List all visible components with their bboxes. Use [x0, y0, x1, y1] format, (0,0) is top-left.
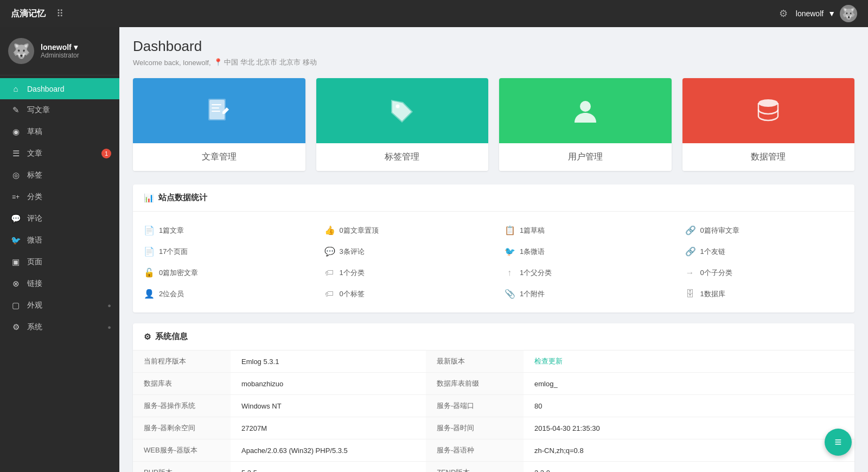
stats-icon: 📊 [144, 193, 154, 203]
sidebar-item-categories[interactable]: ≡+ 分类 [0, 186, 119, 208]
card-users-label: 用户管理 [499, 143, 672, 171]
header-avatar: 🐺 [840, 5, 857, 22]
nav-label-tags: 标签 [27, 170, 42, 180]
nav-label-microlog: 微语 [27, 235, 42, 245]
settings-icon[interactable]: ⚙ [779, 8, 788, 20]
sysinfo-label-latest: 最新版本 [426, 350, 524, 373]
sidebar-username: lonewolf ▾ [41, 43, 79, 52]
stat-child-cats: → 0个子分类 [674, 262, 855, 283]
stat-child-cats-text: 0个子分类 [700, 268, 732, 278]
sysinfo-header: ⚙ 系统信息 [133, 323, 854, 350]
sidebar: 🐺 lonewolf ▾ Administrator ⌂ Dashboard ✎… [0, 27, 119, 472]
nav-label-system: 系统 [27, 322, 42, 332]
nav-label-articles: 文章 [27, 149, 42, 158]
quick-cards: 文章管理 标签管理 [133, 78, 854, 171]
stat-friendlinks: 🔗 1个友链 [674, 241, 855, 262]
content-area: Dashboard Welcome back, lonewolf, 📍 中国 华… [119, 27, 868, 472]
sysinfo-row-version: 当前程序版本 Emlog 5.3.1 最新版本 检查更新 [133, 350, 854, 373]
stats-grid: 📄 1篇文章 👍 0篇文章置顶 📋 1篇草稿 🔗 0篇待审文章 📄 [133, 212, 854, 312]
stat-tags-text: 0个标签 [340, 289, 365, 299]
sysinfo-section: ⚙ 系统信息 当前程序版本 Emlog 5.3.1 最新版本 检查更新 数据库表… [133, 323, 854, 472]
stat-attachments-text: 1个附件 [520, 289, 545, 299]
card-tags-label: 标签管理 [316, 143, 489, 171]
stat-friendlinks-icon: 🔗 [685, 246, 695, 257]
write-icon: ✎ [11, 105, 21, 115]
sysinfo-value-latest: 检查更新 [524, 350, 854, 373]
sidebar-item-write[interactable]: ✎ 写文章 [0, 99, 119, 121]
stat-pages-icon: 📄 [144, 246, 154, 257]
sysinfo-value-dbtable: mobanzhizuo [231, 373, 426, 395]
stat-categories-icon: 🏷 [324, 268, 334, 278]
grid-icon[interactable]: ⠿ [56, 8, 63, 20]
fab-button[interactable]: ≡ [825, 429, 852, 456]
articles-icon: ☰ [11, 149, 21, 158]
stat-attachments: 📎 1个附件 [494, 283, 674, 304]
stat-members-text: 2位会员 [159, 289, 184, 299]
card-tags-icon [316, 78, 489, 143]
card-data-mgr[interactable]: 数据管理 [682, 78, 855, 171]
sysinfo-title: 系统信息 [155, 331, 188, 342]
system-arrow: ● [107, 324, 111, 330]
stat-parent-cats-text: 1个父分类 [520, 268, 552, 278]
stat-pinned: 👍 0篇文章置顶 [314, 220, 494, 241]
sysinfo-value-serverlang: zh-CN,zh;q=0.8 [524, 439, 854, 462]
sidebar-item-system[interactable]: ⚙ 系统 ● [0, 316, 119, 338]
stat-parent-cats-icon: ↑ [505, 268, 514, 278]
svg-rect-4 [212, 111, 220, 112]
stat-encrypted-icon: 🔓 [144, 267, 154, 278]
sidebar-item-links[interactable]: ⊗ 链接 [0, 273, 119, 295]
card-users-mgr[interactable]: 用户管理 [499, 78, 672, 171]
sysinfo-row-os: 服务-器操作系统 Windows NT 服务-器端口 80 [133, 395, 854, 417]
stat-micrologs: 🐦 1条微语 [494, 241, 674, 262]
fab-icon: ≡ [835, 435, 842, 449]
sidebar-item-tags[interactable]: ◎ 标签 [0, 164, 119, 186]
sidebar-nav: ⌂ Dashboard ✎ 写文章 ◉ 草稿 ☰ 文章 1 ◎ 标签 [0, 75, 119, 472]
stat-friendlinks-text: 1个友链 [700, 247, 725, 257]
header-left: 点滴记忆 ⠿ [11, 8, 63, 20]
card-data-label: 数据管理 [682, 143, 855, 171]
sysinfo-value-webserver: Apache/2.0.63 (Win32) PHP/5.3.5 [231, 439, 426, 462]
sidebar-item-articles[interactable]: ☰ 文章 1 [0, 143, 119, 164]
sysinfo-row-diskspace: 服务-器剩余空间 27207M 服务-器时间 2015-04-30 21:35:… [133, 417, 854, 439]
sidebar-item-drafts[interactable]: ◉ 草稿 [0, 121, 119, 143]
main-layout: 🐺 lonewolf ▾ Administrator ⌂ Dashboard ✎… [0, 27, 868, 472]
stat-drafts: 📋 1篇草稿 [494, 220, 674, 241]
check-update-button[interactable]: 检查更新 [534, 356, 563, 366]
card-tags-mgr[interactable]: 标签管理 [316, 78, 489, 171]
svg-rect-2 [212, 104, 221, 105]
user-info-top[interactable]: lonewolf ▼ 🐺 [796, 5, 857, 22]
stat-child-cats-icon: → [685, 268, 695, 278]
sidebar-user: 🐺 lonewolf ▾ Administrator [0, 27, 119, 75]
stat-categories-text: 1个分类 [340, 268, 365, 278]
svg-point-8 [758, 99, 778, 107]
sysinfo-value-port: 80 [524, 395, 854, 417]
stats-header: 📊 站点数据统计 [133, 184, 854, 212]
stat-databases-icon: 🗄 [685, 289, 695, 299]
sidebar-item-appearance[interactable]: ▢ 外观 ● [0, 295, 119, 316]
sysinfo-value-diskspace: 27207M [231, 417, 426, 439]
stat-members-icon: 👤 [144, 289, 154, 299]
welcome-text: Welcome back, lonewolf, [133, 59, 211, 67]
sysinfo-row-php: PHP版本 5.3.5 ZEND版本 2.3.0 [133, 462, 854, 473]
stat-pending-text: 0篇待审文章 [700, 226, 739, 235]
sidebar-item-comments[interactable]: 💬 评论 [0, 208, 119, 229]
sidebar-item-pages[interactable]: ▣ 页面 [0, 251, 119, 273]
stat-pages-text: 17个页面 [159, 247, 188, 257]
card-articles-mgr[interactable]: 文章管理 [133, 78, 305, 171]
sidebar-item-dashboard[interactable]: ⌂ Dashboard [0, 78, 119, 99]
top-header: 点滴记忆 ⠿ ⚙ lonewolf ▼ 🐺 [0, 0, 868, 27]
sysinfo-label-diskspace: 服务-器剩余空间 [133, 417, 231, 439]
sysinfo-label-port: 服务-器端口 [426, 395, 524, 417]
stat-comments-text: 3条评论 [340, 247, 365, 257]
avatar: 🐺 [8, 38, 34, 64]
sysinfo-icon: ⚙ [144, 332, 151, 342]
appearance-arrow: ● [107, 302, 111, 309]
stat-micrologs-text: 1条微语 [520, 247, 545, 257]
sysinfo-row-webserver: WEB服务-器版本 Apache/2.0.63 (Win32) PHP/5.3.… [133, 439, 854, 462]
sysinfo-value-php: 5.3.5 [231, 462, 426, 473]
sysinfo-label-serverlang: 服务-器语种 [426, 439, 524, 462]
sidebar-item-microlog[interactable]: 🐦 微语 [0, 229, 119, 251]
home-icon: ⌂ [11, 84, 21, 93]
sysinfo-value-version: Emlog 5.3.1 [231, 350, 426, 373]
sysinfo-table: 当前程序版本 Emlog 5.3.1 最新版本 检查更新 数据库表 mobanz… [133, 350, 854, 472]
